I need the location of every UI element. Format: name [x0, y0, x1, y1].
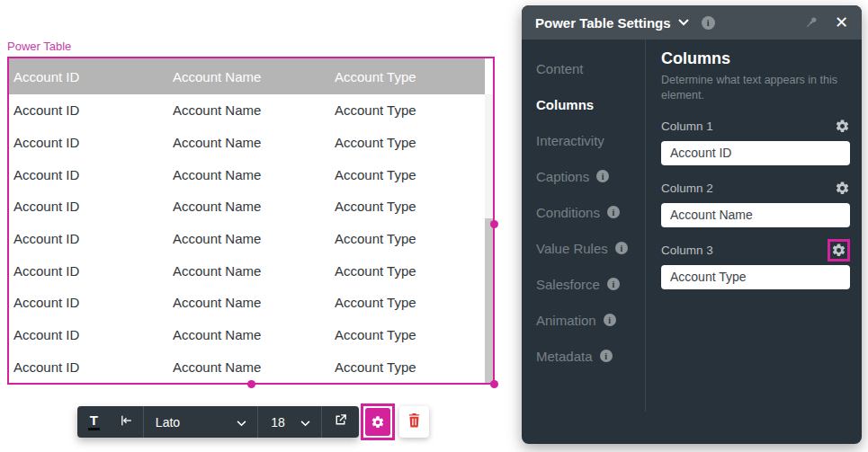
sidebar-item-animation[interactable]: Animation i: [522, 302, 646, 338]
column-1-input[interactable]: [661, 141, 850, 165]
column-3-input[interactable]: [661, 265, 850, 289]
sidebar-item-captions[interactable]: Captions i: [522, 158, 646, 194]
column-2-field: Column 2: [661, 178, 850, 227]
sidebar-item-label: Content: [536, 61, 584, 76]
sidebar-item-columns[interactable]: Columns: [522, 86, 646, 122]
sidebar-item-label: Captions: [536, 169, 589, 184]
table-cell: Account Name: [173, 102, 335, 118]
sidebar-item-label: Metadata: [536, 349, 593, 364]
table-row: Account ID Account Name Account Type: [9, 319, 485, 351]
table-row: Account ID Account Name Account Type: [9, 223, 485, 255]
table-cell: Account ID: [13, 135, 173, 150]
power-table-element[interactable]: Account ID Account Name Account Type Acc…: [7, 57, 495, 385]
table-row: Account ID Account Name Account Type: [9, 191, 485, 223]
element-settings-button-highlighted[interactable]: [361, 403, 395, 440]
sidebar-item-label: Columns: [536, 97, 594, 112]
column-1-label: Column 1: [661, 120, 713, 133]
table-scrollbar[interactable]: [485, 94, 493, 383]
section-description: Determine what text appears in this elem…: [661, 73, 850, 103]
sidebar-item-conditions[interactable]: Conditions i: [522, 194, 646, 230]
table-row: Account ID Account Name Account Type: [9, 287, 485, 319]
section-heading: Columns: [661, 49, 850, 68]
table-cell: Account Name: [173, 231, 335, 246]
table-cell: Account Name: [173, 167, 335, 182]
sidebar-item-interactivity[interactable]: Interactivity: [522, 122, 646, 158]
info-icon: i: [615, 242, 628, 254]
open-external-button[interactable]: [322, 406, 359, 438]
column-2-input[interactable]: [661, 203, 850, 227]
resize-handle-bottom[interactable]: [247, 380, 255, 388]
table-scrollbar-thumb[interactable]: [485, 218, 493, 383]
table-cell: Account Type: [335, 167, 485, 182]
text-color-button[interactable]: T: [77, 406, 110, 438]
sidebar-item-salesforce[interactable]: Salesforce i: [522, 266, 646, 302]
table-cell: Account ID: [13, 167, 173, 182]
font-family-select[interactable]: Lato: [144, 406, 257, 438]
column-3-gear-icon[interactable]: [831, 243, 846, 258]
column-3-gear-highlight: [828, 239, 850, 261]
info-icon: i: [607, 206, 620, 218]
panel-main: Columns Determine what text appears in t…: [646, 40, 866, 444]
sidebar-item-metadata[interactable]: Metadata i: [522, 338, 646, 374]
table-cell: Account ID: [13, 263, 173, 279]
panel-body: Content Columns Interactivity Captions i…: [522, 40, 862, 444]
table-header-row: Account ID Account Name Account Type: [9, 58, 485, 94]
panel-sidebar: Content Columns Interactivity Captions i…: [522, 40, 646, 444]
text-color-icon: T: [88, 414, 100, 430]
column-3-field: Column 3: [661, 240, 850, 289]
table-cell: Account ID: [13, 327, 173, 342]
sidebar-item-label: Value Rules: [536, 241, 608, 256]
external-link-icon: [333, 412, 348, 431]
trash-icon: [407, 412, 421, 431]
font-size-select[interactable]: 18: [258, 406, 320, 438]
table-cell: Account Type: [335, 359, 485, 375]
column-2-label: Column 2: [661, 182, 713, 195]
table-cell: Account ID: [13, 295, 173, 310]
sidebar-item-label: Conditions: [536, 205, 600, 220]
resize-handle-right[interactable]: [490, 220, 498, 228]
column-1-field: Column 1: [661, 116, 850, 165]
info-icon: i: [604, 314, 616, 326]
table-cell: Account Type: [335, 102, 485, 118]
column-2-gear-icon[interactable]: [835, 181, 850, 196]
info-icon: i: [607, 278, 620, 290]
table-cell: Account Type: [335, 295, 485, 310]
align-left-button[interactable]: [110, 406, 142, 438]
sidebar-item-value-rules[interactable]: Value Rules i: [522, 230, 646, 266]
chevron-down-icon: [237, 415, 246, 430]
sidebar-item-content[interactable]: Content: [522, 50, 646, 86]
info-icon: i: [702, 16, 715, 30]
table-cell: Account Type: [335, 327, 485, 342]
table-cell: Account Name: [173, 327, 335, 342]
table-body: Account ID Account Name Account Type Acc…: [9, 94, 485, 383]
table-cell: Account Type: [335, 135, 485, 150]
column-3-label: Column 3: [661, 244, 713, 257]
table-cell: Account Type: [335, 199, 485, 214]
info-icon: i: [600, 350, 613, 362]
table-cell: Account ID: [13, 359, 173, 375]
chevron-down-icon[interactable]: [678, 19, 689, 26]
table-row: Account ID Account Name Account Type: [9, 127, 485, 159]
table-cell: Account ID: [13, 199, 173, 214]
panel-title: Power Table Settings: [535, 15, 671, 31]
info-icon: i: [596, 170, 609, 182]
sidebar-item-label: Interactivity: [536, 133, 604, 148]
format-toolbar: T Lato 18: [77, 406, 359, 438]
table-row: Account ID Account Name Account Type: [9, 94, 485, 127]
sidebar-item-label: Animation: [536, 313, 596, 328]
panel-header[interactable]: Power Table Settings i ✕: [522, 5, 862, 40]
element-label: Power Table: [7, 40, 71, 53]
table-row: Account ID Account Name Account Type: [9, 158, 485, 191]
font-size-value: 18: [271, 415, 285, 430]
close-icon[interactable]: ✕: [835, 14, 848, 31]
table-cell: Account Type: [335, 263, 485, 279]
table-header-cell: Account Name: [173, 69, 335, 84]
resize-handle-bottom-right[interactable]: [490, 380, 498, 388]
table-cell: Account Name: [173, 295, 335, 310]
delete-element-button[interactable]: [399, 406, 429, 438]
table-cell: Account Name: [173, 199, 335, 214]
table-cell: Account Name: [173, 135, 335, 150]
column-1-gear-icon[interactable]: [835, 119, 850, 134]
chevron-down-icon: [300, 415, 310, 430]
pin-icon[interactable]: [804, 15, 819, 30]
